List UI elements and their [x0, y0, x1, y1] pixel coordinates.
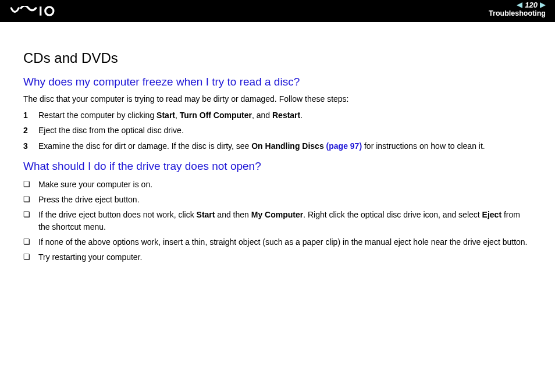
step-number: 2: [23, 124, 38, 136]
list-text: Try restarting your computer.: [38, 251, 532, 263]
list-item: ❏ Press the drive eject button.: [23, 194, 532, 205]
checkbox-bullet-icon: ❏: [23, 251, 38, 263]
step-number: 3: [23, 140, 38, 152]
question-2-list: ❏ Make sure your computer is on. ❏ Press…: [23, 179, 532, 263]
list-item: ❏ Make sure your computer is on.: [23, 179, 532, 190]
step-item: 3 Examine the disc for dirt or damage. I…: [23, 140, 532, 152]
list-item: ❏ If none of the above options work, ins…: [23, 236, 532, 248]
list-text: Press the drive eject button.: [38, 194, 532, 205]
list-text: Make sure your computer is on.: [38, 179, 532, 190]
list-item: ❏ Try restarting your computer.: [23, 251, 532, 263]
page-number: 120: [525, 1, 538, 9]
page-content: CDs and DVDs Why does my computer freeze…: [0, 22, 555, 392]
step-text: Restart the computer by clicking Start, …: [38, 109, 532, 121]
checkbox-bullet-icon: ❏: [23, 194, 38, 205]
step-item: 1 Restart the computer by clicking Start…: [23, 109, 532, 121]
question-2-heading: What should I do if the drive tray does …: [23, 160, 532, 173]
list-text: If none of the above options work, inser…: [38, 236, 532, 248]
page-navigator: 120: [489, 1, 546, 9]
vaio-logo-icon: [10, 6, 70, 16]
step-text: Examine the disc for dirt or damage. If …: [38, 140, 532, 152]
svg-rect-0: [40, 6, 41, 15]
document-page: 120 Troubleshooting CDs and DVDs Why doe…: [0, 0, 555, 392]
step-number: 1: [23, 109, 38, 121]
checkbox-bullet-icon: ❏: [23, 209, 38, 233]
list-text: If the drive eject button does not work,…: [38, 209, 532, 233]
checkbox-bullet-icon: ❏: [23, 179, 38, 190]
vaio-logo: [10, 0, 70, 22]
question-1-heading: Why does my computer freeze when I try t…: [23, 76, 532, 88]
prev-page-icon[interactable]: [517, 2, 522, 8]
page-reference-link[interactable]: (page 97): [326, 141, 362, 151]
question-1-intro: The disc that your computer is trying to…: [23, 94, 532, 104]
list-item: ❏ If the drive eject button does not wor…: [23, 209, 532, 233]
page-header: 120 Troubleshooting: [0, 0, 555, 22]
page-title: CDs and DVDs: [23, 50, 532, 66]
step-item: 2 Eject the disc from the optical disc d…: [23, 124, 532, 136]
checkbox-bullet-icon: ❏: [23, 236, 38, 248]
header-right: 120 Troubleshooting: [489, 0, 546, 17]
question-1-steps: 1 Restart the computer by clicking Start…: [23, 109, 532, 152]
section-label: Troubleshooting: [489, 9, 546, 17]
next-page-icon[interactable]: [540, 2, 546, 8]
svg-point-1: [45, 7, 54, 15]
step-text: Eject the disc from the optical disc dri…: [38, 124, 532, 136]
